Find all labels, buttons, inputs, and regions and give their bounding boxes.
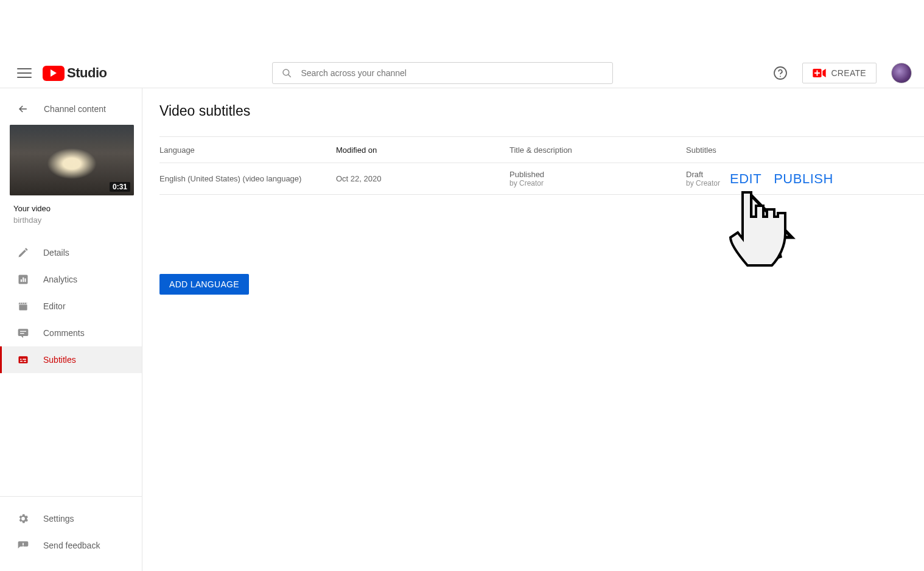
video-meta: Your video birthday	[0, 204, 142, 227]
create-video-icon	[813, 68, 826, 78]
search-bar[interactable]	[272, 62, 613, 84]
col-modified[interactable]: Modified on	[336, 145, 509, 155]
subtitle-by: by Creator	[686, 179, 720, 187]
cell-modified: Oct 22, 2020	[336, 174, 509, 183]
svg-rect-7	[23, 278, 24, 282]
search-icon	[281, 68, 292, 79]
cell-title-status: Published by Creator	[509, 170, 686, 187]
sidebar-item-label: Details	[43, 248, 69, 257]
back-to-channel-content[interactable]: Channel content	[0, 99, 142, 125]
sidebar-item-analytics[interactable]: Analytics	[0, 266, 142, 293]
header: Studio CREATE	[0, 0, 924, 88]
svg-rect-8	[25, 278, 26, 282]
title-status: Published	[509, 170, 686, 179]
sidebar-item-label: Comments	[43, 328, 85, 338]
video-name: birthday	[13, 215, 128, 225]
video-label: Your video	[13, 204, 128, 213]
svg-rect-10	[20, 333, 24, 334]
table-row: English (United States) (video language)…	[159, 163, 924, 195]
arrow-left-icon	[17, 103, 29, 115]
sidebar-item-details[interactable]: Details	[0, 239, 142, 266]
create-button-label: CREATE	[831, 68, 866, 78]
create-button[interactable]: CREATE	[802, 63, 877, 83]
sidebar-nav: Details Analytics Editor Comments Subtit…	[0, 239, 142, 496]
analytics-icon	[16, 273, 30, 286]
cell-language: English (United States) (video language)	[159, 174, 336, 183]
table-header: Language Modified on Title & description…	[159, 136, 924, 163]
hamburger-menu-icon[interactable]	[17, 66, 32, 80]
page-title: Video subtitles	[159, 103, 924, 119]
sidebar-item-label: Settings	[43, 514, 74, 524]
sidebar-item-label: Subtitles	[43, 355, 76, 365]
add-language-button[interactable]: ADD LANGUAGE	[159, 274, 249, 295]
title-by: by Creator	[509, 179, 686, 187]
pencil-icon	[16, 247, 30, 259]
svg-point-0	[283, 69, 289, 75]
subtitles-table: Language Modified on Title & description…	[159, 136, 924, 195]
svg-line-1	[289, 74, 291, 77]
subtitles-icon	[16, 354, 30, 366]
svg-rect-6	[21, 279, 22, 282]
col-subtitles[interactable]: Subtitles	[686, 145, 875, 155]
sidebar-item-feedback[interactable]: Send feedback	[0, 532, 142, 559]
col-title-desc[interactable]: Title & description	[509, 145, 686, 155]
youtube-studio-logo[interactable]: Studio	[43, 65, 107, 81]
feedback-icon	[16, 539, 30, 552]
edit-button[interactable]: EDIT	[730, 171, 761, 187]
svg-rect-16	[23, 543, 24, 545]
sidebar-item-subtitles[interactable]: Subtitles	[0, 346, 142, 373]
sidebar: Channel content 0:31 Your video birthday…	[0, 88, 142, 571]
svg-rect-17	[23, 546, 24, 547]
clapperboard-icon	[16, 300, 30, 312]
sidebar-item-comments[interactable]: Comments	[0, 320, 142, 346]
publish-button[interactable]: PUBLISH	[774, 171, 833, 187]
subtitle-status: Draft	[686, 170, 720, 179]
comments-icon	[16, 327, 30, 339]
main-content: Video subtitles Language Modified on Tit…	[142, 88, 924, 571]
sidebar-item-label: Send feedback	[43, 541, 100, 550]
svg-rect-15	[23, 359, 26, 360]
back-label: Channel content	[44, 104, 106, 114]
sidebar-item-label: Editor	[43, 301, 66, 311]
help-icon[interactable]	[773, 66, 788, 80]
video-thumbnail[interactable]: 0:31	[10, 125, 134, 195]
search-input[interactable]	[301, 68, 604, 78]
video-duration: 0:31	[110, 182, 130, 192]
sidebar-item-label: Analytics	[43, 275, 77, 284]
youtube-play-icon	[43, 66, 65, 81]
sidebar-item-editor[interactable]: Editor	[0, 293, 142, 320]
svg-point-3	[780, 76, 782, 77]
sidebar-item-settings[interactable]: Settings	[0, 505, 142, 532]
svg-rect-13	[24, 361, 26, 362]
cell-subtitles: Draft by Creator EDIT PUBLISH	[686, 170, 875, 187]
svg-rect-12	[20, 361, 23, 362]
svg-rect-9	[20, 331, 26, 332]
sidebar-footer: Settings Send feedback	[0, 496, 142, 571]
avatar[interactable]	[891, 63, 912, 83]
col-language[interactable]: Language	[159, 145, 336, 155]
logo-text: Studio	[67, 65, 107, 81]
gear-icon	[16, 513, 30, 525]
svg-rect-14	[20, 359, 22, 360]
